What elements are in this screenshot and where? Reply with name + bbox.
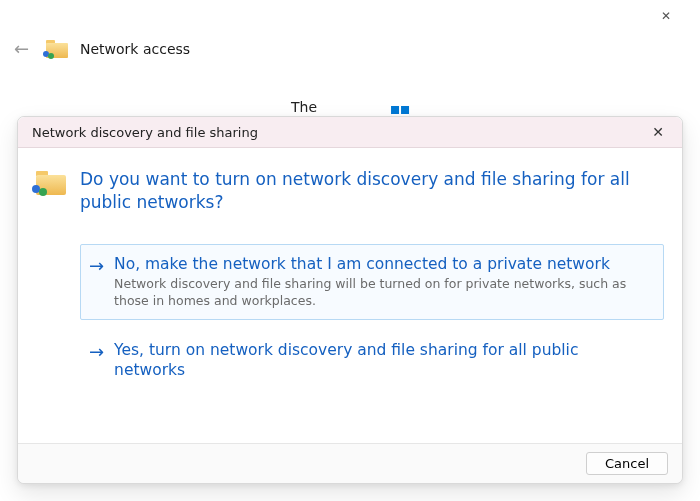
dialog-header: Network discovery and file sharing ✕ xyxy=(18,117,682,148)
dialog-title: Network discovery and file sharing xyxy=(32,125,258,140)
option-list: → No, make the network that I am connect… xyxy=(36,244,664,390)
header: ← Network access xyxy=(0,32,700,71)
cancel-button[interactable]: Cancel xyxy=(586,452,668,475)
option-title: Yes, turn on network discovery and file … xyxy=(114,340,653,380)
network-access-window: ✕ ← Network access The WindowsClub Netwo… xyxy=(0,0,700,501)
dialog-body: Do you want to turn on network discovery… xyxy=(18,148,682,443)
window-close-icon[interactable]: ✕ xyxy=(646,9,686,23)
network-sharing-dialog: Network discovery and file sharing ✕ Do … xyxy=(17,116,683,484)
option-description: Network discovery and file sharing will … xyxy=(114,276,653,310)
network-folder-icon xyxy=(46,40,68,58)
option-turn-on-public-sharing[interactable]: → Yes, turn on network discovery and fil… xyxy=(80,330,664,390)
dialog-footer: Cancel xyxy=(18,443,682,483)
arrow-right-icon: → xyxy=(89,341,104,363)
network-folder-icon xyxy=(36,171,66,195)
arrow-right-icon: → xyxy=(89,255,104,277)
titlebar: ✕ xyxy=(0,0,700,32)
page-title: Network access xyxy=(80,41,190,57)
option-make-private-network[interactable]: → No, make the network that I am connect… xyxy=(80,244,664,320)
dialog-heading: Do you want to turn on network discovery… xyxy=(80,168,664,214)
back-arrow-icon[interactable]: ← xyxy=(14,38,34,59)
option-title: No, make the network that I am connected… xyxy=(114,254,653,274)
dialog-close-icon[interactable]: ✕ xyxy=(644,124,672,140)
